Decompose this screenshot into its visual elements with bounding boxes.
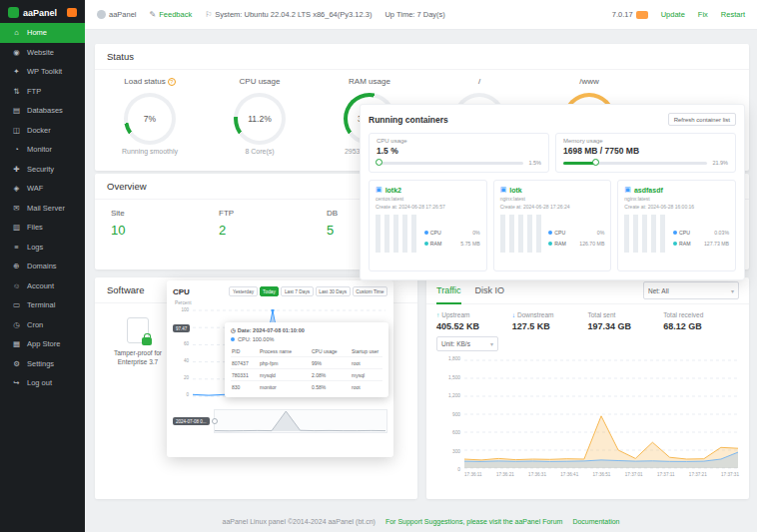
sidebar-item-settings[interactable]: ⚙Settings — [0, 354, 85, 374]
footer: aaPanel Linux panel ©2014-2024 aaPanel (… — [85, 510, 757, 532]
net-select[interactable]: Net: All ▾ — [643, 281, 739, 299]
sidebar-item-ftp[interactable]: ⇅FTP — [0, 82, 85, 102]
cpu-tooltip: ◷ Date: 2024-07-08 01:10:00 CPU: 100.00%… — [225, 322, 388, 397]
cpu-range-tab-yesterday[interactable]: Yesterday — [229, 286, 257, 296]
slider-track[interactable] — [377, 162, 523, 165]
tab-disk-io[interactable]: Disk IO — [475, 277, 505, 304]
datazoom-date-handle[interactable]: 2024-07-08 0... — [173, 417, 210, 425]
container-created: Create at: 2024-06-28 17:26:57 — [376, 204, 480, 210]
sidebar-item-wp-toolkit[interactable]: ✦WP Toolkit — [0, 62, 85, 82]
sidebar-item-domains[interactable]: ⊕Domains — [0, 257, 85, 276]
feedback-link[interactable]: ✎ Feedback — [150, 10, 193, 19]
datazoom-brush[interactable] — [214, 409, 387, 433]
sidebar-item-files[interactable]: ▥Files — [0, 218, 85, 238]
sidebar-item-home[interactable]: ⌂Home — [0, 23, 85, 43]
tab-traffic[interactable]: Traffic — [436, 277, 461, 304]
traffic-y-axis: 1,8001,5001,2009006003000 — [436, 356, 460, 472]
cpu-range-tabs: YesterdayTodayLast 7 DaysLast 30 DaysCus… — [229, 286, 387, 296]
version: 7.0.17 — [612, 10, 648, 19]
brush-handle-icon[interactable] — [212, 418, 218, 424]
tooltip-cpu: CPU: 100.00% — [231, 336, 382, 342]
website-icon: ◉ — [12, 48, 21, 57]
process-cell: mysql — [351, 369, 382, 380]
sidebar-item-databases[interactable]: ▤Databases — [0, 101, 85, 121]
slider-handle[interactable] — [592, 159, 599, 166]
sidebar-item-label: Databases — [27, 106, 63, 115]
container-created: Create at: 2024-06-28 17:26:24 — [500, 204, 605, 210]
sidebar-item-app-store[interactable]: ▦App Store — [0, 334, 85, 354]
sidebar-item-website[interactable]: ◉Website — [0, 43, 85, 63]
tamper-proof-icon — [127, 317, 149, 343]
stat-total-received: Total received68.12 GB — [663, 311, 739, 331]
sidebar-item-mail-server[interactable]: ✉Mail Server — [0, 199, 85, 219]
x-tick: 17:36:21 — [496, 472, 514, 477]
container-name[interactable]: asdfasdf — [634, 187, 663, 194]
cpu-range-tab-today[interactable]: Today — [260, 286, 280, 296]
process-cell: 780331 — [231, 369, 259, 380]
stat-label: ↑Upstream — [436, 311, 512, 318]
containers-cpu-slider[interactable]: 1.5% — [377, 160, 541, 166]
tooltip-col-cpu-usage: CPU usage — [311, 345, 351, 356]
cpu-y-axis: 100806040200 — [173, 307, 189, 397]
sidebar-item-cron[interactable]: ◷Cron — [0, 315, 85, 335]
restart-link[interactable]: Restart — [721, 10, 745, 19]
y-tick: 0 — [457, 467, 460, 472]
sidebar-item-docker[interactable]: ◫Docker — [0, 121, 85, 141]
software-item-tamper-proof[interactable]: Tamper-proof for Enterprise 3.7 — [101, 303, 175, 367]
overview-value[interactable]: 2 — [219, 223, 311, 238]
logo-text: aaPanel — [23, 8, 57, 18]
software-item-name: Tamper-proof for Enterprise 3.7 — [101, 349, 175, 367]
y-tick: 40 — [184, 358, 189, 363]
gauge-label: CPU usage — [205, 77, 315, 90]
sidebar-item-label: Home — [27, 28, 47, 37]
ram-legend-dot — [424, 242, 428, 246]
process-row: 780331mysqld2.08%mysql — [231, 368, 382, 380]
fix-link[interactable]: Fix — [698, 10, 708, 19]
update-link[interactable]: Update — [661, 10, 685, 19]
y-tick: 600 — [452, 430, 460, 435]
stat-downstream: ↓Downstream127.5 KB — [512, 311, 588, 331]
slider-handle[interactable] — [376, 159, 382, 166]
process-cell: root — [351, 357, 382, 368]
process-cell: 0.58% — [311, 381, 351, 392]
ftp-icon: ⇅ — [12, 87, 21, 96]
system-info-text: System: Ubuntu 22.04.2 LTS x86_64(Py3.12… — [215, 10, 372, 19]
help-icon[interactable]: ? — [168, 78, 176, 86]
cpu-range-tab-last-30-days[interactable]: Last 30 Days — [316, 286, 351, 296]
cpu-series-dot — [231, 337, 235, 341]
documentation-link[interactable]: Documentation — [572, 518, 619, 525]
y-tick: 100 — [181, 307, 189, 312]
sidebar-item-waf[interactable]: ◈WAF — [0, 179, 85, 199]
containers-cpu-box: CPU usage 1.5 % 1.5% — [369, 133, 549, 173]
unit-select[interactable]: Unit: KB/s ▾ — [436, 336, 498, 351]
sidebar-item-label: WP Toolkit — [27, 67, 62, 76]
forum-link[interactable]: For Support Suggestions, please visit th… — [385, 518, 562, 525]
cpu-range-tab-last-7-days[interactable]: Last 7 Days — [281, 286, 313, 296]
sidebar-item-account[interactable]: ☺Account — [0, 276, 85, 296]
panel-user[interactable]: aaPanel — [97, 10, 137, 19]
sidebar-item-logs[interactable]: ≡Logs — [0, 238, 85, 258]
overview-value[interactable]: 10 — [111, 223, 203, 238]
container-ram: 127.73 MB — [704, 241, 729, 247]
downstream-arrow-icon: ↓ — [512, 311, 515, 318]
process-table-header: PIDProcess nameCPU usageStartup user — [231, 345, 382, 356]
datazoom-top-handle[interactable]: 97.47 — [173, 324, 190, 332]
sidebar-item-security[interactable]: ✚Security — [0, 160, 85, 180]
containers-memory-slider[interactable]: 21.9% — [563, 160, 728, 166]
process-cell: monitor — [259, 381, 311, 392]
container-name[interactable]: lotk2 — [385, 187, 401, 194]
container-usage-chart — [376, 215, 420, 253]
cpu-range-tab-custom-time[interactable]: Custom Time — [353, 286, 387, 296]
sidebar-item-log-out[interactable]: ↪Log out — [0, 373, 85, 393]
sidebar-item-terminal[interactable]: ▭Terminal — [0, 295, 85, 315]
cpu-chart: Percent 100806040200 97.47 ◷ Date: 2024-… — [173, 300, 387, 404]
container-name[interactable]: lotk — [509, 187, 521, 194]
aapanel-logo[interactable]: aaPanel — [0, 0, 85, 23]
x-tick: 17:37:21 — [689, 472, 707, 477]
sidebar-item-monitor[interactable]: ◔Monitor — [0, 140, 85, 160]
terminal-icon: ▭ — [12, 300, 21, 309]
stat-value: 127.5 KB — [512, 321, 588, 331]
slider-track[interactable] — [563, 162, 707, 165]
refresh-container-list-button[interactable]: Refresh container list — [668, 113, 736, 126]
gauge-ring: 11.2% — [234, 93, 286, 145]
